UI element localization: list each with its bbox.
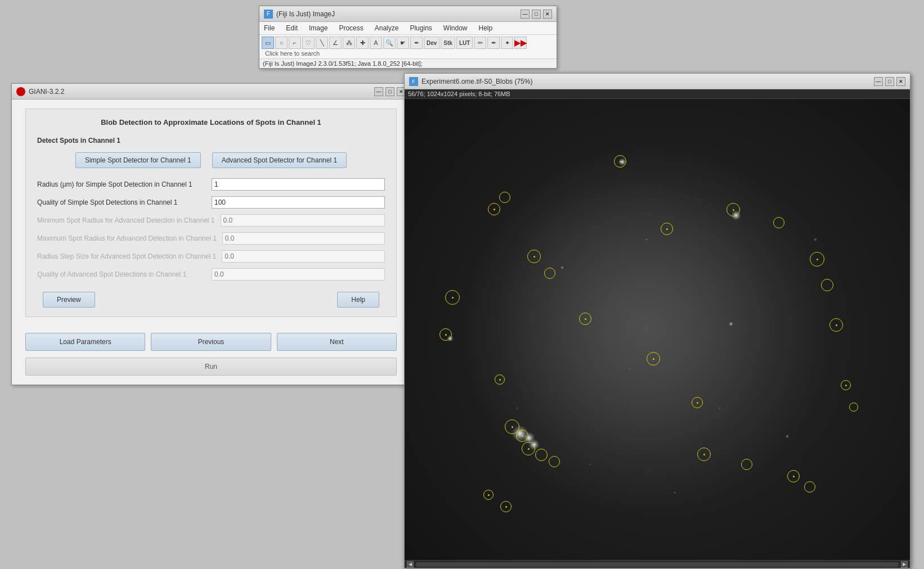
scroll-right-arrow[interactable]: ▶ — [901, 561, 908, 568]
image-window-icon: F — [409, 77, 418, 86]
fiji-search-box[interactable]: Click here to search — [262, 50, 323, 57]
fiji-maximize-btn[interactable]: □ — [532, 10, 541, 19]
giani-app-icon — [16, 87, 25, 96]
quality-advanced-input[interactable] — [212, 268, 385, 281]
fiji-menu-window[interactable]: Window — [441, 23, 470, 33]
fiji-menu-help[interactable]: Help — [477, 23, 495, 33]
tool-stk[interactable]: Stk — [441, 37, 455, 49]
giani-footer: Load Parameters Previous Next — [12, 326, 410, 358]
radius-input[interactable] — [212, 178, 385, 191]
fiji-menu-process[interactable]: Process — [337, 23, 365, 33]
spot-dot-18 — [703, 454, 705, 455]
giani-main-title: Blob Detection to Approximate Locations … — [37, 118, 385, 127]
tool-hand[interactable]: ☛ — [397, 37, 409, 49]
fiji-toolbar: ▭ ○ ⌐ ♡ ╲ ∠ ⁂ ✚ A 🔍 ☛ ✒ Dev Stk LUT ✏ ✒ … — [259, 35, 557, 59]
spot-circle-3 — [773, 217, 784, 228]
image-info: 56/76; 1024x1024 pixels; 8-bit; 76MB — [405, 89, 910, 99]
min-radius-input[interactable] — [221, 214, 385, 227]
giani-titlebar: GIANI-3.2.2 — □ ✕ — [12, 84, 410, 100]
spot-dot-29 — [697, 402, 698, 404]
fiji-title-area: F (Fiji Is Just) ImageJ — [264, 10, 335, 19]
fiji-app-icon: F — [264, 10, 273, 19]
tool-rectangle[interactable]: ▭ — [262, 37, 274, 49]
spot-dot-13 — [512, 426, 513, 428]
quality-simple-input[interactable] — [212, 196, 385, 209]
spot-circle-5 — [821, 279, 833, 291]
spot-dot-15 — [528, 448, 530, 450]
spot-dot-12 — [653, 358, 654, 360]
spot-dot-24 — [845, 385, 847, 386]
tool-wand[interactable]: ✚ — [356, 37, 369, 49]
spot-dot-28 — [499, 379, 501, 381]
giani-maximize-btn[interactable]: □ — [385, 87, 394, 96]
spot-circle-27 — [499, 192, 510, 203]
form-row-quality-simple: Quality of Simple Spot Detections in Cha… — [37, 196, 385, 209]
step-size-input[interactable] — [222, 250, 385, 263]
spot-circle-21 — [804, 481, 815, 493]
quality-advanced-label: Quality of Advanced Spot Detections in C… — [37, 270, 206, 278]
next-btn[interactable]: Next — [277, 333, 397, 351]
image-close-btn[interactable]: ✕ — [896, 77, 905, 86]
previous-btn[interactable]: Previous — [151, 333, 271, 351]
tool-line[interactable]: ╲ — [316, 37, 328, 49]
form-row-min-radius: Minimum Spot Radius for Advanced Detecti… — [37, 214, 385, 227]
tool-floodfill[interactable]: ✦ — [501, 37, 513, 49]
spot-dot-22 — [488, 494, 490, 496]
scroll-track[interactable] — [416, 562, 899, 567]
advanced-spot-detector-btn[interactable]: Advanced Spot Detector for Channel 1 — [212, 152, 347, 168]
giani-window-controls: — □ ✕ — [374, 87, 406, 96]
tool-angle[interactable]: ∠ — [329, 37, 342, 49]
fiji-menu-plugins[interactable]: Plugins — [407, 23, 434, 33]
tool-extra[interactable]: ▶▶ — [514, 37, 527, 49]
giani-window: GIANI-3.2.2 — □ ✕ Blob Detection to Appr… — [11, 83, 411, 385]
tool-polygon[interactable]: ⌐ — [289, 37, 301, 49]
fiji-menu-edit[interactable]: Edit — [284, 23, 300, 33]
tool-freehand[interactable]: ♡ — [302, 37, 315, 49]
giani-run-row: Run — [12, 358, 410, 385]
load-parameters-btn[interactable]: Load Parameters — [25, 333, 145, 351]
giani-title: GIANI-3.2.2 — [29, 88, 64, 96]
preview-btn[interactable]: Preview — [43, 292, 95, 308]
tool-paintbrush[interactable]: ✒ — [487, 37, 500, 49]
form-row-step-size: Radius Step Size for Advanced Spot Detec… — [37, 250, 385, 263]
fiji-close-btn[interactable]: ✕ — [543, 10, 552, 19]
spot-dot-2 — [733, 209, 734, 211]
giani-detector-buttons: Simple Spot Detector for Channel 1 Advan… — [37, 152, 385, 168]
tool-pencil[interactable]: ✏ — [474, 37, 486, 49]
radius-label: Radius (μm) for Simple Spot Detection in… — [37, 180, 206, 188]
help-btn[interactable]: Help — [337, 292, 379, 308]
image-scrollbar: ◀ ▶ — [405, 560, 910, 568]
giani-minimize-btn[interactable]: — — [374, 87, 383, 96]
microscopy-image — [405, 99, 910, 560]
spot-dot-4 — [817, 259, 818, 260]
tool-arrow[interactable]: ✒ — [410, 37, 423, 49]
tool-lut[interactable]: LUT — [456, 37, 473, 49]
fiji-minimize-btn[interactable]: — — [521, 10, 530, 19]
image-maximize-btn[interactable]: □ — [885, 77, 894, 86]
tool-oval[interactable]: ○ — [275, 37, 288, 49]
fiji-menu-image[interactable]: Image — [307, 23, 330, 33]
spot-dot-11 — [585, 318, 586, 320]
spot-dot-6 — [836, 324, 837, 326]
spot-circle-10 — [544, 268, 555, 279]
spot-circle-17 — [549, 456, 560, 467]
tool-text[interactable]: A — [370, 37, 382, 49]
image-minimize-btn[interactable]: — — [874, 77, 883, 86]
fiji-menu-analyze[interactable]: Analyze — [373, 23, 401, 33]
max-radius-input[interactable] — [222, 232, 385, 245]
step-size-label: Radius Step Size for Advanced Spot Detec… — [37, 252, 216, 260]
tool-multipoint[interactable]: ⁂ — [343, 37, 355, 49]
image-window-controls: — □ ✕ — [874, 77, 905, 86]
cell-glow-inner — [495, 178, 776, 459]
run-btn[interactable]: Run — [25, 358, 397, 376]
form-row-radius: Radius (μm) for Simple Spot Detection in… — [37, 178, 385, 191]
fiji-menu-file[interactable]: File — [262, 23, 277, 33]
spot-dot-20 — [793, 476, 795, 477]
tool-magnifier[interactable]: 🔍 — [383, 37, 396, 49]
simple-spot-detector-btn[interactable]: Simple Spot Detector for Channel 1 — [75, 152, 201, 168]
scroll-left-arrow[interactable]: ◀ — [407, 561, 414, 568]
tool-dev[interactable]: Dev — [424, 37, 439, 49]
spot-dot-1 — [620, 161, 621, 162]
form-row-max-radius: Maximum Spot Radius for Advanced Detecti… — [37, 232, 385, 245]
giani-preview-help-row: Preview Help — [37, 292, 385, 308]
